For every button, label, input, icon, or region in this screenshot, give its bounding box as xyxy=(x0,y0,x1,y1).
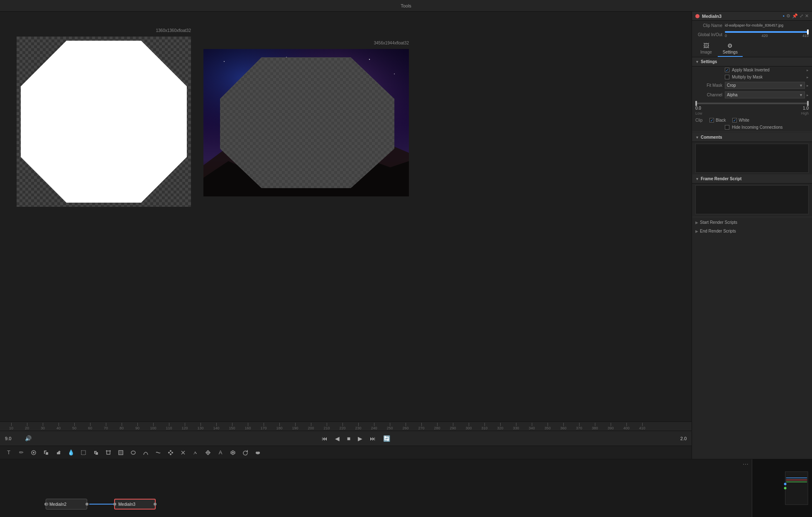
tab-settings[interactable]: ⚙ Settings xyxy=(718,41,743,57)
ruler-mark: 30 xyxy=(35,423,51,430)
node-media2-label: MediaIn2 xyxy=(49,502,66,507)
frame-render-textarea[interactable] xyxy=(695,185,809,214)
ruler-mark: 360 xyxy=(555,423,571,430)
eraser-tool[interactable] xyxy=(53,447,64,458)
ruler-mark: 250 xyxy=(382,423,398,430)
close-icon[interactable]: ✕ xyxy=(805,13,809,19)
ruler-mark: 210 xyxy=(319,423,335,430)
frame-render-section-header[interactable]: ▼ Frame Render Script xyxy=(692,174,812,184)
loop-button[interactable]: 🔄 xyxy=(381,434,392,443)
preview-dot-blue xyxy=(784,483,786,485)
fps-display: 2.0 xyxy=(680,436,687,441)
svg-marker-23 xyxy=(220,57,394,188)
path-tool[interactable] xyxy=(140,447,151,458)
node-name: MediaIn3 xyxy=(702,14,780,19)
apply-mask-inverted-checkbox[interactable] xyxy=(725,68,729,72)
svg-point-12 xyxy=(224,61,225,62)
clone-tool[interactable] xyxy=(41,447,51,458)
svg-rect-51 xyxy=(785,472,808,505)
copy-tool[interactable] xyxy=(90,447,101,458)
go-to-start-button[interactable]: ⏮ xyxy=(320,434,330,443)
node-media2[interactable]: MediaIn2 xyxy=(46,499,87,510)
ruler-mark: 390 xyxy=(603,423,619,430)
ruler-mark: 80 xyxy=(114,423,130,430)
node-tool[interactable] xyxy=(165,447,176,458)
ruler-mark: 70 xyxy=(98,423,114,430)
viewer-left-resolution: 1360x1360xfloat32 xyxy=(156,28,191,33)
maximize-icon[interactable]: ⤢ xyxy=(800,13,803,19)
clip-name-row: Clip Name id-wallpaper-for-mobile_836457… xyxy=(692,21,812,30)
node-header: MediaIn3 ▪ ⚙ 📌 ⤢ ✕ xyxy=(692,12,812,21)
pin-icon[interactable]: 📌 xyxy=(792,13,798,19)
start-render-label: Start Render Scripts xyxy=(700,220,737,225)
hide-incoming-checkbox[interactable] xyxy=(725,125,729,130)
end-render-scripts-btn[interactable]: ▶ End Render Scripts xyxy=(692,227,812,235)
text-tool[interactable]: T xyxy=(3,447,14,458)
warp-tool[interactable] xyxy=(153,447,164,458)
comments-textarea[interactable] xyxy=(695,144,809,173)
apply-mask-inverted-expand: ▸ xyxy=(807,68,809,72)
settings-section-header[interactable]: ▼ Settings xyxy=(692,57,812,66)
range-row: 0.0 1.0 Low High xyxy=(692,100,812,117)
node-media3-input xyxy=(113,503,116,506)
play-button[interactable]: ▶ xyxy=(356,434,364,443)
main-area: 1360x1360xfloat32 xyxy=(0,12,812,459)
text2-tool[interactable]: A xyxy=(215,447,226,458)
frame-render-chevron-icon: ▼ xyxy=(695,177,699,181)
tab-image[interactable]: 🖼 Image xyxy=(695,41,717,57)
transform-tool[interactable] xyxy=(115,447,126,458)
rect-select[interactable] xyxy=(78,447,89,458)
channel-dropdown[interactable]: Alpha ▼ xyxy=(725,91,805,98)
oval-tool[interactable] xyxy=(128,447,139,458)
tracker-tool[interactable] xyxy=(203,447,213,458)
ruler-mark: 410 xyxy=(634,423,650,430)
color-picker[interactable]: 💧 xyxy=(66,447,76,458)
clip-black-checkbox[interactable] xyxy=(709,118,714,123)
slider-track xyxy=(725,31,809,33)
settings-tab-label: Settings xyxy=(723,50,738,54)
svg-marker-4 xyxy=(21,41,187,203)
clip-black-label: Black xyxy=(716,118,726,123)
rotate-tool[interactable] xyxy=(240,447,251,458)
node-graph-menu[interactable]: ⋯ xyxy=(743,461,748,468)
settings-tab-icon: ⚙ xyxy=(727,42,733,49)
node-media2-output xyxy=(86,503,88,506)
paint-tool[interactable] xyxy=(190,447,201,458)
mask-tool[interactable] xyxy=(178,447,188,458)
range-left-handle[interactable] xyxy=(695,101,697,106)
pencil-tool[interactable]: ✏ xyxy=(16,447,27,458)
cloud-tool[interactable] xyxy=(252,447,263,458)
ruler-mark: 170 xyxy=(256,423,271,430)
multiply-by-mask-checkbox[interactable] xyxy=(725,75,729,79)
ruler-mark: 120 xyxy=(177,423,193,430)
start-render-scripts-btn[interactable]: ▶ Start Render Scripts xyxy=(692,218,812,227)
range-right-handle[interactable] xyxy=(807,101,809,106)
settings-icon2[interactable]: ⚙ xyxy=(786,13,790,19)
3d-tool[interactable] xyxy=(227,447,238,458)
node-media3[interactable]: MediaIn3 xyxy=(114,499,156,510)
fit-mask-value: Crop xyxy=(727,83,736,88)
comments-section-header[interactable]: ▼ Comments xyxy=(692,133,812,142)
go-to-end-button[interactable]: ⏭ xyxy=(368,434,378,443)
brush-tool[interactable] xyxy=(28,447,39,458)
ruler-mark: 130 xyxy=(193,423,208,430)
channel-row: Channel Alpha ▼ ▸ xyxy=(692,90,812,100)
node-connection-svg xyxy=(0,459,752,517)
slider-handle[interactable] xyxy=(807,29,809,34)
global-inout-slider[interactable] xyxy=(725,31,809,33)
monitor-icon[interactable]: ▪ xyxy=(783,13,785,19)
node-media2-input xyxy=(44,503,47,506)
step-back-button[interactable]: ◀ xyxy=(333,434,342,443)
range-slider[interactable] xyxy=(695,103,809,104)
viewer-right: 3456x1944xfloat32 xyxy=(203,49,409,196)
clip-row: Clip Black White xyxy=(692,117,812,124)
ruler-mark: 110 xyxy=(161,423,177,430)
stop-button[interactable]: ■ xyxy=(345,434,352,443)
viewer-right-resolution: 3456x1944xfloat32 xyxy=(374,41,409,45)
svg-point-39 xyxy=(170,453,171,455)
clip-white-checkbox[interactable] xyxy=(732,118,737,123)
viewer-left-svg xyxy=(17,37,191,207)
volume-icon[interactable]: 🔊 xyxy=(25,435,32,441)
fit-mask-dropdown[interactable]: Crop ▼ xyxy=(725,82,805,89)
crop-tool[interactable] xyxy=(103,447,114,458)
